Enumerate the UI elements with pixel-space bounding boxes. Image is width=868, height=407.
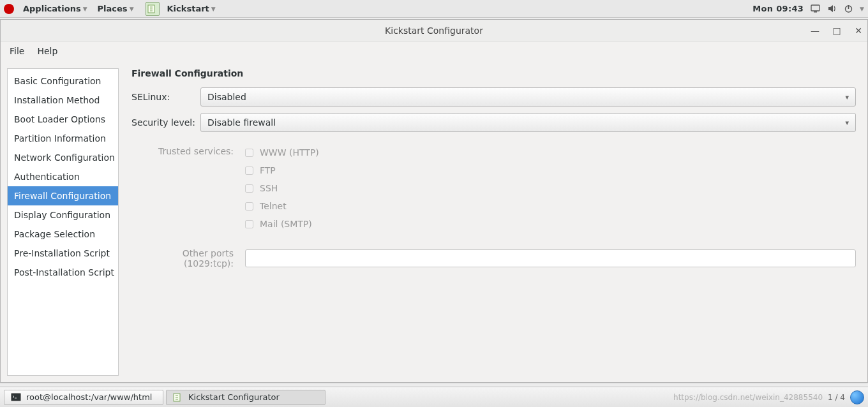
taskbar-item-kickstart[interactable]: Kickstart Configurator [166, 390, 326, 405]
main-pane: Firewall Configuration SELinux: Disabled… [119, 68, 861, 376]
selinux-combo[interactable]: Disabled [200, 87, 856, 107]
chevron-down-icon: ▼ [83, 6, 87, 12]
sidebar-item-package-selection[interactable]: Package Selection [8, 225, 118, 244]
panel-right: Mon 09:43 ▼ [752, 4, 864, 14]
pane-heading: Firewall Configuration [131, 68, 856, 78]
menubar: File Help [1, 41, 867, 61]
menu-file[interactable]: File [6, 44, 28, 58]
applications-label: Applications [23, 4, 81, 13]
trusted-service-smtp: Mail (SMTP) [245, 215, 856, 233]
trusted-service-www: WWW (HTTP) [245, 144, 856, 161]
security-level-label: Security level: [131, 117, 200, 128]
sidebar-item-label: Installation Method [14, 95, 100, 105]
other-ports-label: Other ports (1029:tcp): [131, 248, 245, 269]
sidebar-item-pre-installation-script[interactable]: Pre-Installation Script [8, 244, 118, 263]
clock[interactable]: Mon 09:43 [752, 4, 804, 13]
minimize-button[interactable]: — [810, 26, 820, 36]
sidebar-item-display-configuration[interactable]: Display Configuration [8, 205, 118, 225]
sidebar-item-boot-loader-options[interactable]: Boot Loader Options [8, 110, 118, 129]
kickstart-window: Kickstart Configurator — □ ✕ File Help B… [0, 19, 868, 383]
menu-help[interactable]: Help [33, 44, 61, 58]
terminal-icon [11, 392, 21, 403]
places-label: Places [98, 4, 128, 13]
window-title: Kickstart Configurator [385, 26, 483, 36]
display-icon[interactable] [810, 4, 820, 14]
menu-file-label: File [10, 46, 24, 56]
trusted-service-label: Telnet [260, 201, 287, 211]
taskbar-right: https://blog.csdn.net/weixin_42885540 1 … [673, 390, 864, 404]
row-selinux: SELinux: Disabled [131, 87, 856, 107]
svg-rect-5 [11, 393, 21, 401]
kickstart-app-icon [146, 2, 160, 16]
row-security-level: Security level: Disable firewall [131, 113, 856, 132]
sidebar-item-label: Package Selection [14, 229, 95, 239]
trusted-service-www-checkbox [245, 149, 253, 157]
sidebar-item-label: Partition Information [14, 133, 106, 144]
sidebar-item-installation-method[interactable]: Installation Method [8, 91, 118, 110]
sidebar-item-basic-configuration[interactable]: Basic Configuration [8, 71, 118, 91]
kickstart-menu[interactable]: Kickstart ▼ [163, 3, 220, 15]
sidebar-item-label: Pre-Installation Script [14, 248, 110, 258]
trusted-service-telnet-checkbox [245, 202, 253, 211]
trusted-services-list: WWW (HTTP) FTP SSH Telnet [245, 144, 856, 233]
taskbar-item-label: root@localhost:/var/www/html [26, 392, 152, 402]
sidebar-item-post-installation-script[interactable]: Post-Installation Script [8, 263, 118, 282]
watermark: https://blog.csdn.net/weixin_42885540 [673, 393, 823, 402]
titlebar[interactable]: Kickstart Configurator — □ ✕ [1, 20, 867, 41]
selinux-label: SELinux: [131, 92, 200, 102]
show-desktop-icon[interactable] [850, 390, 864, 404]
taskbar-item-label: Kickstart Configurator [188, 392, 280, 402]
other-ports-input [245, 249, 856, 267]
redhat-icon [4, 4, 14, 14]
system-top-panel: Applications ▼ Places ▼ Kickstart ▼ Mon … [0, 0, 868, 18]
trusted-service-ssh: SSH [245, 179, 856, 197]
sidebar-item-authentication[interactable]: Authentication [8, 167, 118, 186]
volume-icon[interactable] [827, 4, 837, 14]
window-controls: — □ ✕ [810, 20, 864, 41]
trusted-service-label: SSH [260, 183, 278, 193]
trusted-service-telnet: Telnet [245, 197, 856, 215]
places-menu[interactable]: Places ▼ [94, 3, 138, 15]
close-button[interactable]: ✕ [853, 26, 864, 36]
sidebar-item-partition-information[interactable]: Partition Information [8, 129, 118, 148]
power-icon[interactable] [843, 4, 853, 14]
menu-help-label: Help [37, 46, 57, 56]
chevron-down-icon: ▼ [211, 6, 216, 12]
row-other-ports: Other ports (1029:tcp): [131, 248, 856, 269]
workspace-indicator[interactable]: 1 / 4 [828, 393, 845, 402]
kickstart-app-icon [173, 392, 183, 403]
sidebar-item-label: Network Configuration [14, 152, 115, 163]
trusted-services-label: Trusted services: [131, 144, 245, 233]
sidebar-item-label: Display Configuration [14, 210, 110, 220]
chevron-down-icon[interactable]: ▼ [860, 6, 864, 12]
selinux-value: Disabled [207, 92, 246, 102]
panel-left: Applications ▼ Places ▼ Kickstart ▼ [4, 2, 220, 16]
svg-rect-2 [814, 11, 817, 13]
sidebar-item-label: Basic Configuration [14, 76, 101, 86]
chevron-down-icon: ▼ [130, 6, 134, 12]
sidebar-item-label: Firewall Configuration [14, 191, 111, 201]
trusted-service-label: WWW (HTTP) [260, 147, 319, 158]
security-level-value: Disable firewall [207, 117, 276, 128]
trusted-service-label: Mail (SMTP) [260, 219, 312, 229]
trusted-service-ssh-checkbox [245, 184, 253, 193]
svg-rect-1 [811, 5, 819, 11]
taskbar-item-terminal[interactable]: root@localhost:/var/www/html [4, 390, 163, 405]
applications-menu[interactable]: Applications ▼ [19, 3, 91, 15]
sidebar-item-label: Post-Installation Script [14, 267, 114, 278]
sidebar-item-label: Authentication [14, 172, 80, 182]
sidebar-item-firewall-configuration[interactable]: Firewall Configuration [8, 186, 118, 205]
trusted-services-block: Trusted services: WWW (HTTP) FTP SSH [131, 144, 856, 233]
sidebar-item-network-configuration[interactable]: Network Configuration [8, 148, 118, 167]
window-body: Basic Configuration Installation Method … [1, 61, 867, 382]
taskbar: root@localhost:/var/www/html Kickstart C… [0, 387, 868, 407]
sidebar-item-label: Boot Loader Options [14, 114, 105, 124]
security-level-combo[interactable]: Disable firewall [200, 113, 856, 132]
trusted-service-smtp-checkbox [245, 220, 253, 228]
trusted-service-label: FTP [260, 165, 276, 175]
trusted-service-ftp: FTP [245, 161, 856, 179]
maximize-button[interactable]: □ [832, 26, 842, 36]
trusted-service-ftp-checkbox [245, 166, 253, 175]
sidebar: Basic Configuration Installation Method … [7, 68, 119, 376]
kickstart-label: Kickstart [167, 4, 209, 13]
